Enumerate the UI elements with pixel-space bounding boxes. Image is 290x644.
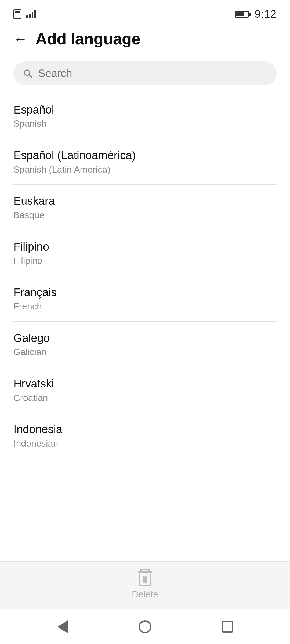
wifi-icon [26,10,36,18]
language-english-name: Basque [13,210,277,221]
delete-button[interactable]: Delete [132,571,158,599]
trash-icon [138,571,152,586]
nav-home-button[interactable] [132,616,158,638]
language-native-name: Indonesia [13,423,277,436]
list-item[interactable]: GalegoGalician [13,322,277,367]
delete-label: Delete [132,589,158,599]
status-icons-right: 9:12 [235,8,277,20]
search-bar[interactable] [13,61,277,85]
status-icons-left [13,9,36,19]
nav-home-icon [139,620,151,633]
language-english-name: Filipino [13,255,277,266]
language-native-name: Français [13,286,277,299]
back-button[interactable]: ← [13,32,27,46]
list-item[interactable]: Español (Latinoamérica)Spanish (Latin Am… [13,139,277,185]
sim-icon [13,9,21,19]
language-native-name: Hrvatski [13,377,277,390]
status-bar: 9:12 [0,0,290,24]
svg-line-1 [29,75,32,78]
language-english-name: Galician [13,346,277,357]
language-native-name: Español (Latinoamérica) [13,149,277,162]
nav-recent-button[interactable] [214,616,241,638]
bottom-action-bar: Delete [0,561,290,609]
back-arrow-icon: ← [13,32,27,46]
language-english-name: French [13,301,277,312]
search-container [0,56,290,93]
language-native-name: Galego [13,331,277,345]
language-native-name: Español [13,103,277,116]
list-item[interactable]: EuskaraBasque [13,185,277,230]
language-english-name: Croatian [13,392,277,403]
search-icon [23,69,33,78]
status-time: 9:12 [255,8,277,20]
language-list: EspañolSpanishEspañol (Latinoamérica)Spa… [0,93,290,561]
nav-recent-icon [222,621,233,633]
list-item[interactable]: IndonesiaIndonesian [13,413,277,458]
list-item[interactable]: FilipinoFilipino [13,230,277,276]
navigation-bar [0,609,290,644]
nav-back-icon [57,620,68,633]
search-input[interactable] [38,67,267,79]
page-title: Add language [35,30,140,48]
language-english-name: Spanish (Latin America) [13,164,277,175]
list-item[interactable]: EspañolSpanish [13,93,277,139]
page-header: ← Add language [0,24,290,56]
language-english-name: Spanish [13,118,277,129]
nav-back-button[interactable] [49,616,76,638]
language-native-name: Filipino [13,240,277,254]
list-item[interactable]: FrançaisFrench [13,276,277,322]
language-english-name: Indonesian [13,438,277,449]
battery-icon [235,11,251,18]
list-item[interactable]: HrvatskiCroatian [13,367,277,413]
language-native-name: Euskara [13,194,277,208]
